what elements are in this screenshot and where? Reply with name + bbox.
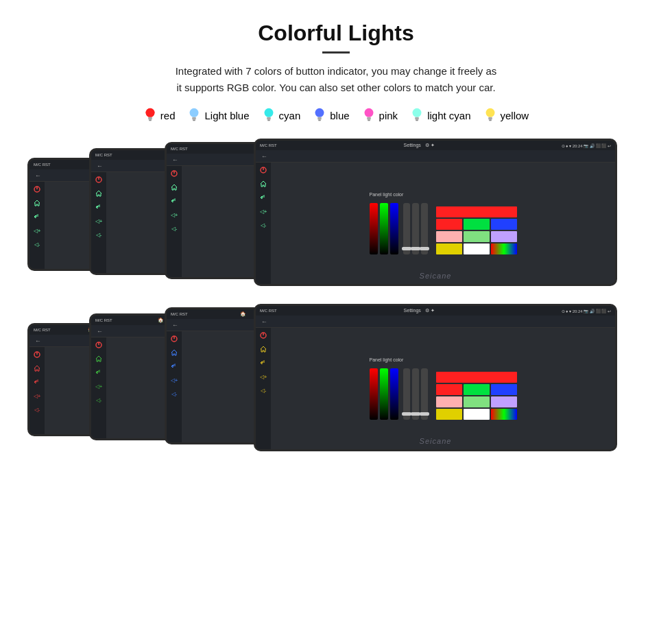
color-item-light-cyan: light cyan: [410, 107, 470, 123]
slider-r[interactable]: [403, 203, 410, 254]
color-label-light-blue: Light blue: [204, 110, 249, 121]
preset-purple[interactable]: [491, 231, 517, 242]
bot-preset-blue[interactable]: [491, 384, 517, 395]
bot-back-3[interactable]: ←: [172, 322, 178, 329]
svg-rect-11: [317, 117, 322, 120]
slider-b[interactable]: [421, 203, 428, 254]
svg-rect-14: [367, 117, 371, 120]
back-arrow-1[interactable]: ←: [35, 172, 41, 179]
page-container: Colorful Lights Integrated with 7 colors…: [0, 0, 672, 479]
back-arrow-2[interactable]: ←: [97, 163, 103, 169]
preset-blue[interactable]: [491, 219, 517, 230]
svg-rect-15: [368, 119, 370, 121]
color-label-yellow: yellow: [501, 110, 529, 121]
color-label-red: red: [160, 110, 176, 121]
panel-light-label-bottom: Panel light color: [370, 357, 404, 362]
bot-color-preset-grid: [436, 372, 517, 420]
svg-rect-18: [416, 119, 418, 121]
svg-rect-20: [488, 117, 492, 120]
sidebar-2: ◁+ ◁-: [91, 172, 106, 273]
bot-preset-green[interactable]: [464, 384, 490, 395]
svg-marker-33: [261, 181, 266, 187]
bot-preset-yellow[interactable]: [436, 409, 462, 420]
bot-status-bar-4: M/C RST Settings ⚙ ✦ ⊙ ♦ ▾ 20:24 📷 🔊 ⬛ ⬛…: [256, 306, 615, 316]
bot-preset-rainbow[interactable]: [491, 409, 517, 420]
vol-up-icon-1: ◁+: [32, 226, 42, 235]
bot-preset-red-full[interactable]: [436, 372, 517, 383]
screen-4: M/C RST Settings ⚙ ✦ ⊙ ♦ ▾ 20:24 📷 🔊 ⬛ ⬛…: [256, 141, 615, 284]
bot-back-1[interactable]: ←: [35, 337, 41, 344]
svg-rect-12: [318, 119, 321, 121]
bulb-icon-cyan: [262, 107, 276, 123]
color-label-cyan: cyan: [279, 110, 301, 121]
color-label-blue: blue: [330, 110, 349, 121]
color-item-light-blue: Light blue: [187, 107, 249, 123]
bot-sidebar-2: ◁+ ◁-: [91, 337, 106, 438]
svg-marker-24: [34, 200, 40, 206]
bot-screen-4: M/C RST Settings ⚙ ✦ ⊙ ♦ ▾ 20:24 📷 🔊 ⬛ ⬛…: [256, 306, 615, 449]
preset-red[interactable]: [436, 219, 462, 230]
svg-rect-5: [193, 117, 197, 120]
settings-content-bottom: Panel light color: [271, 328, 615, 449]
bulb-icon-light-cyan: [410, 107, 424, 123]
green-gradient-bar: [380, 203, 388, 254]
svg-rect-9: [267, 119, 270, 121]
bulb-icon-red: [143, 107, 157, 123]
bot-preset-purple[interactable]: [491, 396, 517, 407]
blue-gradient-bar: [390, 203, 398, 254]
top-screen-group: M/C RST 🏠 ←: [27, 139, 617, 293]
bot-sidebar-4: ◁+ ◁-: [256, 328, 271, 449]
svg-point-7: [264, 108, 273, 117]
preset-red-full[interactable]: [436, 206, 517, 217]
bot-device-4: M/C RST Settings ⚙ ✦ ⊙ ♦ ▾ 20:24 📷 🔊 ⬛ ⬛…: [254, 304, 617, 451]
bot-preset-red[interactable]: [436, 384, 462, 395]
preset-yellow[interactable]: [436, 243, 462, 254]
svg-rect-17: [415, 117, 419, 120]
color-item-yellow: yellow: [483, 107, 529, 123]
home-icon-1: [32, 198, 42, 208]
bulb-icon-yellow: [483, 107, 497, 123]
svg-point-10: [315, 108, 324, 117]
status-bar-4: M/C RST Settings ⚙ ✦ ⊙ ♦ ▾ 20:24 📷 🔊 ⬛ ⬛…: [256, 141, 615, 150]
sidebar-1: ◁+ ◁-: [29, 182, 45, 269]
page-title: Colorful Lights: [27, 21, 645, 46]
bot-preset-light-green[interactable]: [464, 396, 490, 407]
svg-marker-39: [96, 356, 101, 361]
svg-marker-45: [261, 346, 266, 352]
svg-rect-8: [267, 117, 271, 120]
preset-white[interactable]: [464, 243, 490, 254]
color-item-cyan: cyan: [262, 107, 301, 123]
settings-content-top: Panel light color: [271, 163, 615, 284]
top-device-4: M/C RST Settings ⚙ ✦ ⊙ ♦ ▾ 20:24 📷 🔊 ⬛ ⬛…: [254, 139, 617, 286]
bulb-icon-pink: [362, 107, 376, 123]
bulb-icon-blue: [313, 107, 326, 123]
back-icon-1: [32, 212, 42, 222]
preset-green[interactable]: [464, 219, 490, 230]
bot-preset-white[interactable]: [464, 409, 490, 420]
power-icon-1: [32, 185, 42, 194]
slider-g[interactable]: [412, 203, 419, 254]
bot-slider-b[interactable]: [421, 368, 428, 420]
color-preset-grid: [436, 206, 517, 254]
color-list: red Light blue cyan blue: [27, 107, 645, 123]
svg-marker-27: [96, 191, 101, 196]
svg-rect-21: [489, 119, 492, 121]
preset-rainbow[interactable]: [491, 243, 517, 254]
preset-light-green[interactable]: [464, 231, 490, 242]
bulb-icon-light-blue: [187, 107, 201, 123]
preset-pink[interactable]: [436, 231, 462, 242]
bot-preset-pink[interactable]: [436, 396, 462, 407]
svg-point-13: [364, 108, 373, 117]
red-gradient-bar: [370, 203, 378, 254]
bot-sidebar-3: ◁+ ◁-: [167, 331, 182, 442]
bot-back-4[interactable]: ←: [261, 318, 267, 325]
color-label-pink: pink: [379, 110, 398, 121]
color-item-blue: blue: [313, 107, 349, 123]
svg-rect-3: [149, 119, 152, 121]
bot-slider-r[interactable]: [403, 368, 410, 420]
bot-slider-g[interactable]: [412, 368, 419, 420]
back-arrow-4[interactable]: ←: [261, 153, 267, 160]
back-arrow-3[interactable]: ←: [172, 156, 178, 163]
bot-sidebar-1: ◁+ ◁-: [29, 347, 45, 434]
bot-back-2[interactable]: ←: [97, 328, 103, 335]
